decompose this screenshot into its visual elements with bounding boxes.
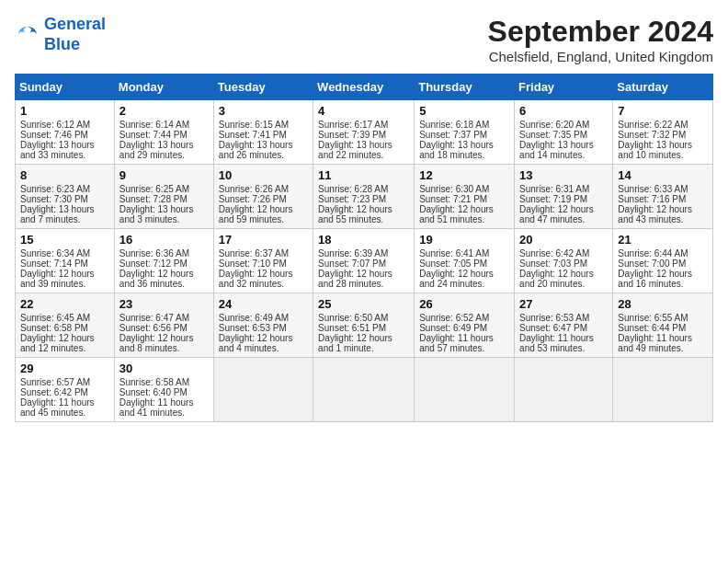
cell-line: Sunrise: 6:17 AM xyxy=(318,120,409,130)
cell-line: Daylight: 13 hours xyxy=(119,140,209,150)
cell-line: Sunset: 7:21 PM xyxy=(419,194,509,204)
cell-line: Daylight: 11 hours xyxy=(20,397,109,408)
cell-line: and 1 minute. xyxy=(318,343,409,353)
cell-line: Sunrise: 6:22 AM xyxy=(618,120,708,130)
cell-line: Daylight: 12 hours xyxy=(219,333,308,343)
cell-line: and 39 minutes. xyxy=(20,279,109,289)
day-number: 4 xyxy=(318,104,409,118)
cell-line: and 43 minutes. xyxy=(618,214,708,224)
day-number: 29 xyxy=(20,362,109,375)
page-header: General Blue September 2024 Chelsfield, … xyxy=(15,15,713,64)
calendar-cell: 21Sunrise: 6:44 AMSunset: 7:00 PMDayligh… xyxy=(613,229,713,293)
cell-line: Daylight: 12 hours xyxy=(119,333,209,343)
calendar-header-row: SundayMondayTuesdayWednesdayThursdayFrid… xyxy=(16,75,713,100)
cell-line: and 28 minutes. xyxy=(318,279,409,289)
cell-line: Sunset: 7:07 PM xyxy=(318,259,409,269)
cell-line: Sunset: 6:44 PM xyxy=(618,323,708,333)
cell-line: Daylight: 12 hours xyxy=(318,269,409,279)
cell-line: and 59 minutes. xyxy=(219,214,308,224)
calendar-cell: 16Sunrise: 6:36 AMSunset: 7:12 PMDayligh… xyxy=(114,229,213,293)
logo-icon xyxy=(15,22,40,48)
cell-line: Sunset: 7:28 PM xyxy=(119,194,209,204)
cell-line: Sunset: 7:35 PM xyxy=(519,130,608,140)
cell-line: Sunset: 6:40 PM xyxy=(119,387,209,397)
day-number: 12 xyxy=(419,168,509,182)
cell-line: and 12 minutes. xyxy=(20,343,109,353)
day-number: 15 xyxy=(20,233,109,247)
cell-line: Sunrise: 6:57 AM xyxy=(20,377,109,387)
cell-line: Sunrise: 6:52 AM xyxy=(419,313,509,323)
calendar-cell xyxy=(415,358,515,422)
day-number: 30 xyxy=(119,362,209,375)
cell-line: and 36 minutes. xyxy=(119,279,209,289)
cell-line: and 57 minutes. xyxy=(419,343,509,353)
cell-line: Sunrise: 6:23 AM xyxy=(20,184,109,194)
day-number: 19 xyxy=(419,233,509,247)
cell-line: and 49 minutes. xyxy=(618,343,708,353)
cell-line: and 10 minutes. xyxy=(618,150,708,160)
cell-line: and 51 minutes. xyxy=(419,214,509,224)
cell-line: and 22 minutes. xyxy=(318,150,409,160)
calendar-cell: 20Sunrise: 6:42 AMSunset: 7:03 PMDayligh… xyxy=(515,229,613,293)
header-cell-sunday: Sunday xyxy=(16,75,115,100)
cell-line: Daylight: 12 hours xyxy=(119,269,209,279)
calendar-cell: 30Sunrise: 6:58 AMSunset: 6:40 PMDayligh… xyxy=(114,358,213,422)
calendar-cell: 18Sunrise: 6:39 AMSunset: 7:07 PMDayligh… xyxy=(313,229,415,293)
cell-line: Sunset: 7:39 PM xyxy=(318,130,409,140)
cell-line: Daylight: 12 hours xyxy=(318,333,409,343)
calendar-cell: 7Sunrise: 6:22 AMSunset: 7:32 PMDaylight… xyxy=(613,100,713,165)
calendar-cell xyxy=(613,358,713,422)
week-row-2: 8Sunrise: 6:23 AMSunset: 7:30 PMDaylight… xyxy=(16,165,713,229)
calendar-cell: 14Sunrise: 6:33 AMSunset: 7:16 PMDayligh… xyxy=(613,165,713,229)
header-cell-friday: Friday xyxy=(515,75,613,100)
cell-line: Sunrise: 6:20 AM xyxy=(519,120,608,130)
cell-line: Sunset: 6:51 PM xyxy=(318,323,409,333)
day-number: 11 xyxy=(318,168,409,182)
header-cell-tuesday: Tuesday xyxy=(213,75,313,100)
calendar-cell: 13Sunrise: 6:31 AMSunset: 7:19 PMDayligh… xyxy=(515,165,613,229)
cell-line: Sunrise: 6:53 AM xyxy=(519,313,608,323)
cell-line: Sunrise: 6:12 AM xyxy=(20,120,109,130)
week-row-5: 29Sunrise: 6:57 AMSunset: 6:42 PMDayligh… xyxy=(16,358,713,422)
cell-line: and 3 minutes. xyxy=(119,214,209,224)
cell-line: and 32 minutes. xyxy=(219,279,308,289)
day-number: 8 xyxy=(20,168,109,182)
day-number: 24 xyxy=(219,297,308,311)
cell-line: Sunrise: 6:31 AM xyxy=(519,184,608,194)
cell-line: Sunrise: 6:26 AM xyxy=(219,184,308,194)
cell-line: Daylight: 12 hours xyxy=(618,204,708,214)
cell-line: Daylight: 11 hours xyxy=(618,333,708,343)
header-cell-saturday: Saturday xyxy=(613,75,713,100)
day-number: 9 xyxy=(119,168,209,182)
cell-line: Sunrise: 6:15 AM xyxy=(219,120,308,130)
cell-line: Sunset: 7:14 PM xyxy=(20,259,109,269)
calendar-cell: 8Sunrise: 6:23 AMSunset: 7:30 PMDaylight… xyxy=(16,165,115,229)
calendar-cell: 24Sunrise: 6:49 AMSunset: 6:53 PMDayligh… xyxy=(213,293,313,358)
cell-line: and 47 minutes. xyxy=(519,214,608,224)
cell-line: Sunrise: 6:37 AM xyxy=(219,248,308,259)
cell-line: Daylight: 13 hours xyxy=(318,140,409,150)
day-number: 10 xyxy=(219,168,308,182)
cell-line: Sunset: 7:16 PM xyxy=(618,194,708,204)
day-number: 16 xyxy=(119,233,209,247)
cell-line: Daylight: 12 hours xyxy=(419,204,509,214)
cell-line: Sunrise: 6:25 AM xyxy=(119,184,209,194)
month-title: September 2024 xyxy=(488,15,713,49)
calendar-cell: 11Sunrise: 6:28 AMSunset: 7:23 PMDayligh… xyxy=(313,165,415,229)
cell-line: Sunrise: 6:55 AM xyxy=(618,313,708,323)
cell-line: Daylight: 12 hours xyxy=(519,269,608,279)
cell-line: Sunset: 7:00 PM xyxy=(618,259,708,269)
day-number: 22 xyxy=(20,297,109,311)
logo: General Blue xyxy=(15,15,106,54)
calendar-cell: 10Sunrise: 6:26 AMSunset: 7:26 PMDayligh… xyxy=(213,165,313,229)
cell-line: Daylight: 12 hours xyxy=(318,204,409,214)
calendar-cell: 9Sunrise: 6:25 AMSunset: 7:28 PMDaylight… xyxy=(114,165,213,229)
cell-line: and 33 minutes. xyxy=(20,150,109,160)
cell-line: Sunset: 7:03 PM xyxy=(519,259,608,269)
day-number: 6 xyxy=(519,104,608,118)
cell-line: Daylight: 11 hours xyxy=(119,397,209,408)
cell-line: Daylight: 13 hours xyxy=(419,140,509,150)
cell-line: and 18 minutes. xyxy=(419,150,509,160)
calendar-cell xyxy=(515,358,613,422)
cell-line: Daylight: 13 hours xyxy=(219,140,308,150)
